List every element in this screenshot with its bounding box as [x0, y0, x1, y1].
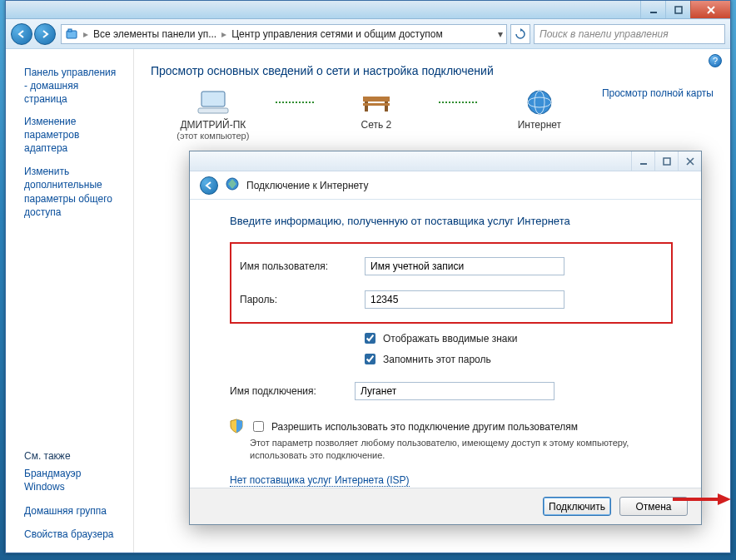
window-titlebar: [6, 1, 730, 19]
svg-rect-8: [363, 97, 390, 102]
show-password-row: Отображать вводимые знаки: [361, 330, 673, 346]
close-button[interactable]: [690, 1, 730, 18]
svg-rect-7: [198, 108, 228, 113]
control-panel-icon: [65, 27, 78, 41]
node-internet: Интернет: [477, 87, 602, 131]
dialog-header: Подключение к Интернету: [190, 171, 701, 200]
sidebar-link-firewall[interactable]: Брандмауэр Windows: [24, 467, 122, 493]
svg-rect-11: [363, 103, 390, 106]
show-password-checkbox[interactable]: [365, 333, 375, 344]
side-pane: Панель управления - домашняя страница Из…: [6, 49, 134, 553]
svg-rect-5: [68, 29, 72, 32]
sidebar-link-adapter[interactable]: Изменение параметров адаптера: [24, 115, 122, 156]
allow-users-checkbox-row: Разрешить использовать это подключение д…: [250, 419, 658, 434]
breadcrumb-2[interactable]: Центр управления сетями и общим доступом: [231, 28, 443, 40]
node-label: Интернет: [477, 119, 602, 131]
username-label: Имя пользователя:: [240, 260, 365, 272]
username-input[interactable]: [365, 257, 564, 275]
svg-point-12: [528, 91, 551, 114]
cancel-button[interactable]: Отмена: [619, 497, 688, 516]
sidebar-link-homegroup[interactable]: Домашняя группа: [24, 504, 122, 518]
dialog-footer: Подключить Отмена: [190, 488, 701, 524]
svg-rect-1: [675, 7, 682, 13]
page-title: Просмотр основных сведений о сети и наст…: [151, 64, 714, 77]
view-full-map-link[interactable]: Просмотр полной карты: [602, 87, 714, 99]
dialog-titlebar: [190, 151, 701, 171]
dialog-close-button[interactable]: [678, 151, 701, 171]
search-input[interactable]: Поиск в панели управления: [534, 24, 725, 44]
username-row: Имя пользователя:: [240, 257, 663, 275]
dialog-back-button[interactable]: [200, 176, 218, 195]
search-placeholder: Поиск в панели управления: [540, 28, 669, 40]
show-password-label: Отображать вводимые знаки: [383, 333, 517, 344]
sidebar-home-link[interactable]: Панель управления - домашняя страница: [24, 66, 122, 107]
dialog-maximize-button[interactable]: [654, 151, 678, 171]
svg-rect-16: [664, 158, 670, 165]
globe-icon: [477, 87, 602, 117]
dialog-content: Введите информацию, полученную от постав…: [190, 200, 701, 497]
net-connector: [276, 87, 314, 117]
node-label: ДМИТРИЙ-ПК: [151, 119, 276, 131]
svg-rect-9: [365, 102, 368, 112]
refresh-button[interactable]: [510, 24, 530, 44]
dialog-minimize-button[interactable]: [631, 151, 654, 171]
allow-users-checkbox[interactable]: [253, 421, 264, 432]
sidebar-link-browser[interactable]: Свойства браузера: [24, 528, 122, 541]
node-label: Сеть 2: [314, 119, 439, 131]
connection-name-row: Имя подключения:: [230, 382, 673, 400]
see-also-heading: См. также: [24, 439, 122, 462]
address-bar[interactable]: ▸ Все элементы панели уп... ▸ Центр упра…: [61, 24, 507, 44]
connection-name-input[interactable]: [355, 382, 554, 400]
computer-icon: [151, 87, 276, 117]
bench-icon: [314, 87, 439, 117]
node-this-pc: ДМИТРИЙ-ПК (этот компьютер): [151, 87, 276, 141]
dialog-heading: Введите информацию, полученную от постав…: [230, 215, 673, 227]
connect-internet-dialog: Подключение к Интернету Введите информац…: [189, 151, 702, 525]
remember-password-row: Запомнить этот пароль: [361, 351, 673, 367]
breadcrumb-sep: ▸: [220, 28, 228, 40]
maximize-button[interactable]: [665, 1, 690, 18]
allow-users-label: Разрешить использовать это подключение д…: [271, 421, 578, 433]
password-row: Пароль:: [240, 290, 663, 309]
allow-users-description: Этот параметр позволяет любому пользоват…: [250, 437, 658, 463]
shield-icon: [230, 419, 243, 436]
minimize-button[interactable]: [640, 1, 665, 18]
dialog-title: Подключение к Интернету: [246, 180, 369, 191]
dropdown-icon[interactable]: ▾: [498, 28, 503, 40]
svg-rect-6: [201, 92, 225, 107]
back-button[interactable]: [11, 23, 32, 45]
node-sublabel: (этот компьютер): [151, 131, 276, 141]
nav-buttons: [11, 23, 57, 45]
allow-users-row: Разрешить использовать это подключение д…: [230, 419, 673, 463]
forward-button[interactable]: [34, 23, 56, 45]
svg-rect-10: [385, 102, 388, 112]
password-input[interactable]: [365, 290, 564, 309]
remember-password-checkbox[interactable]: [365, 354, 375, 364]
remember-password-label: Запомнить этот пароль: [383, 354, 491, 365]
node-network: Сеть 2: [314, 87, 439, 131]
breadcrumb-1[interactable]: Все элементы панели уп...: [93, 28, 216, 40]
explorer-navbar: ▸ Все элементы панели уп... ▸ Центр упра…: [6, 19, 730, 49]
control-panel-window: ▸ Все элементы панели уп... ▸ Центр упра…: [5, 0, 731, 553]
connect-button[interactable]: Подключить: [543, 497, 611, 516]
no-isp-link[interactable]: Нет поставщика услуг Интернета (ISP): [230, 474, 410, 487]
net-connector: [439, 87, 477, 117]
dialog-app-icon: [225, 176, 240, 194]
network-map: ДМИТРИЙ-ПК (этот компьютер) Сеть 2 Интер…: [151, 87, 714, 141]
connection-name-label: Имя подключения:: [230, 385, 355, 397]
password-label: Пароль:: [240, 294, 365, 305]
highlighted-form-block: Имя пользователя: Пароль:: [230, 242, 673, 324]
help-icon[interactable]: ?: [709, 54, 722, 67]
sidebar-link-sharing[interactable]: Изменить дополнительные параметры общего…: [24, 165, 122, 219]
breadcrumb-sep: ▸: [82, 28, 90, 40]
